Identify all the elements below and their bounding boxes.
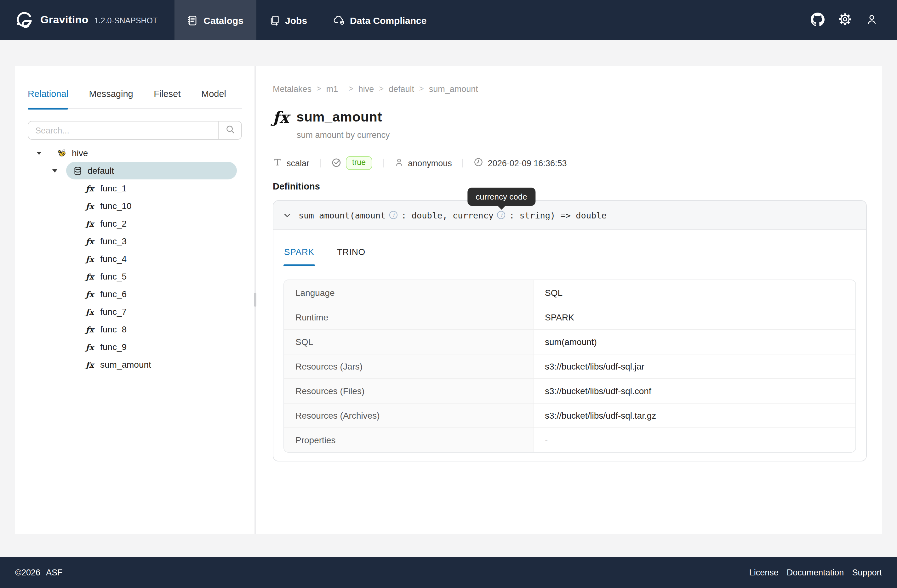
- nav-item-data-compliance[interactable]: Data Compliance: [320, 0, 439, 40]
- caret-down-icon[interactable]: [50, 166, 60, 176]
- tab-fileset[interactable]: Fileset: [154, 89, 181, 108]
- tree-node-label: func_5: [100, 271, 127, 281]
- row-value: s3://bucket/libs/udf-sql.tar.gz: [534, 403, 856, 428]
- search-button[interactable]: [218, 122, 241, 139]
- function-icon: ƒx: [84, 325, 95, 334]
- footer-link-documentation[interactable]: Documentation: [787, 568, 844, 577]
- row-label: SQL: [284, 330, 534, 354]
- signature-part: : string) => double: [509, 210, 607, 220]
- catalogs-icon: [187, 15, 198, 26]
- tab-relational[interactable]: Relational: [28, 89, 68, 108]
- table-row: Runtime SPARK: [284, 305, 856, 329]
- type-icon: [273, 157, 282, 169]
- chevron-down-icon[interactable]: [283, 211, 292, 219]
- page-title-row: ƒx sum_amount: [273, 108, 867, 127]
- function-description: sum amount by currency: [297, 130, 867, 141]
- user-button[interactable]: [865, 13, 878, 27]
- function-icon: ƒx: [273, 109, 289, 125]
- tab-model[interactable]: Model: [201, 89, 226, 108]
- footer-link-support[interactable]: Support: [852, 568, 882, 577]
- function-icon: ƒx: [84, 201, 95, 211]
- search-icon: [225, 125, 235, 136]
- tree-node-label: func_10: [100, 201, 132, 211]
- row-value: -: [534, 428, 856, 452]
- meta-divider: [383, 159, 383, 168]
- tree-node-func-1[interactable]: ƒx func_1: [28, 179, 242, 197]
- breadcrumb-item-sum-amount[interactable]: sum_amount: [429, 84, 478, 93]
- function-icon: ƒx: [84, 342, 95, 351]
- function-meta-row: scalar true: [273, 156, 867, 170]
- brand-name: Gravitino: [40, 14, 89, 26]
- meta-divider: [463, 159, 463, 168]
- search-input[interactable]: [28, 122, 218, 139]
- tree-node-default[interactable]: default: [28, 162, 242, 179]
- tree-node-label: func_9: [100, 342, 127, 352]
- function-detail-content: Metalakes > m1 > hive > default > sum_am…: [256, 66, 882, 534]
- tree-node-func-10[interactable]: ƒx func_10: [28, 197, 242, 215]
- created-time-value: 2026-02-09 16:36:53: [488, 158, 567, 168]
- brand: Gravitino 1.2.0-SNAPSHOT: [0, 0, 158, 40]
- row-value: s3://bucket/libs/udf-sql.jar: [534, 354, 856, 378]
- tree-node-func-9[interactable]: ƒx func_9: [28, 338, 242, 356]
- tab-trino[interactable]: TRINO: [336, 238, 366, 266]
- definition-card: sum_amount(amount i : double, currency i…: [273, 200, 867, 461]
- row-value: SQL: [534, 280, 856, 305]
- breadcrumb-separator: >: [349, 84, 354, 93]
- breadcrumb-item-hive[interactable]: hive: [358, 84, 374, 93]
- info-icon-currency[interactable]: icurrency code: [497, 211, 505, 219]
- copyright-year: ©2026: [15, 568, 40, 577]
- definitions-heading: Definitions: [273, 181, 867, 192]
- tree-node-func-8[interactable]: ƒx func_8: [28, 321, 242, 338]
- function-icon: ƒx: [84, 219, 95, 228]
- settings-button[interactable]: [839, 12, 852, 28]
- owner-value: anonymous: [408, 158, 452, 168]
- nav-item-jobs[interactable]: Jobs: [256, 0, 320, 40]
- tree-node-func-6[interactable]: ƒx func_6: [28, 285, 242, 303]
- tooltip: currency code: [467, 188, 535, 206]
- tree-node-func-7[interactable]: ƒx func_7: [28, 303, 242, 321]
- tree-node-hive[interactable]: hive: [28, 144, 242, 162]
- definition-body: SPARK TRINO Language SQL Runtime SPARK: [273, 230, 866, 461]
- definition-header[interactable]: sum_amount(amount i : double, currency i…: [273, 201, 866, 230]
- data-compliance-icon: [332, 15, 344, 26]
- nav-item-label: Data Compliance: [350, 15, 427, 26]
- tree-node-func-4[interactable]: ƒx func_4: [28, 250, 242, 267]
- tree-node-func-2[interactable]: ƒx func_2: [28, 215, 242, 232]
- breadcrumb-item-metalakes[interactable]: Metalakes: [273, 84, 311, 93]
- tree-node-label: func_6: [100, 289, 127, 299]
- meta-owner: anonymous: [394, 157, 452, 169]
- github-icon: [811, 12, 825, 28]
- tree-node-func-5[interactable]: ƒx func_5: [28, 267, 242, 285]
- caret-down-icon[interactable]: [34, 148, 44, 158]
- time-icon: [474, 157, 484, 169]
- signature-part: : double, currency: [401, 210, 494, 220]
- row-label: Runtime: [284, 305, 534, 329]
- info-icon-amount[interactable]: i: [389, 211, 398, 219]
- row-value: SPARK: [534, 305, 856, 329]
- breadcrumb-separator: >: [379, 84, 384, 93]
- github-button[interactable]: [811, 12, 825, 28]
- tab-messaging[interactable]: Messaging: [89, 89, 133, 108]
- breadcrumb-item-default[interactable]: default: [389, 84, 414, 93]
- row-label: Properties: [284, 428, 534, 452]
- tree-node-sum-amount[interactable]: ƒx sum_amount: [28, 356, 242, 373]
- tab-spark[interactable]: SPARK: [283, 238, 315, 266]
- gravitino-logo-icon: [15, 11, 34, 29]
- footer-link-license[interactable]: License: [749, 568, 779, 577]
- function-icon: ƒx: [84, 254, 95, 263]
- breadcrumb-item-m1[interactable]: m1: [326, 84, 338, 93]
- tree-node-func-3[interactable]: ƒx func_3: [28, 232, 242, 250]
- function-icon: ƒx: [84, 289, 95, 299]
- selected-tree-node[interactable]: default: [66, 162, 237, 179]
- jobs-icon: [269, 15, 279, 26]
- copyright-org: ASF: [46, 568, 63, 577]
- meta-created-time: 2026-02-09 16:36:53: [474, 157, 567, 169]
- catalog-type-tabs: Relational Messaging Fileset Model: [28, 89, 242, 109]
- sidebar-resize-handle[interactable]: [254, 293, 256, 307]
- table-row: Resources (Files) s3://bucket/libs/udf-s…: [284, 378, 856, 403]
- check-circle-icon: [331, 157, 341, 169]
- nav-item-catalogs[interactable]: Catalogs: [175, 0, 256, 40]
- navbar: Gravitino 1.2.0-SNAPSHOT: [0, 0, 897, 40]
- nav-item-label: Jobs: [285, 15, 307, 26]
- tree-search: [28, 121, 242, 140]
